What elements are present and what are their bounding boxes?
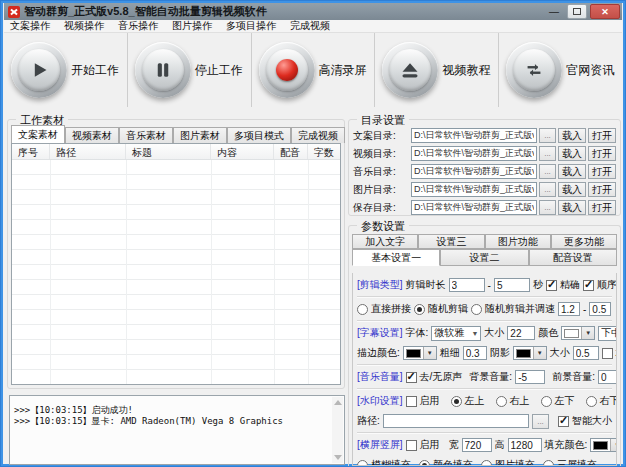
menu-item-image-ops[interactable]: 图片操作 [172, 19, 212, 33]
stroke-width-input[interactable] [463, 346, 487, 360]
fg-volume-input[interactable] [598, 370, 617, 384]
speed-to-input[interactable] [589, 302, 611, 316]
open-button[interactable]: 打开 [588, 182, 616, 197]
music-dir-input[interactable] [411, 164, 537, 179]
column-header-index[interactable]: 序号 [12, 144, 50, 159]
materials-table[interactable]: 序号 路径 标题 内容 配音 字数 [11, 143, 341, 385]
tab-settings-3[interactable]: 设置三 [418, 234, 484, 249]
font-size-input[interactable] [507, 326, 535, 340]
save-dir-input[interactable] [411, 200, 537, 215]
tab-music-material[interactable]: 音乐素材 [119, 127, 173, 143]
height-input[interactable] [508, 438, 542, 452]
tab-add-text[interactable]: 加入文字 [352, 234, 418, 249]
pos-topright-radio[interactable] [496, 396, 507, 407]
tab-multi-project-mode[interactable]: 多项目模式 [227, 127, 291, 143]
triple-screen-fill-radio[interactable] [543, 460, 554, 467]
load-button[interactable]: 载入 [558, 182, 586, 197]
load-button[interactable]: 载入 [558, 146, 586, 161]
tab-settings-2[interactable]: 设置二 [440, 249, 528, 266]
direct-splice-radio[interactable] [357, 304, 368, 315]
load-button[interactable]: 载入 [558, 164, 586, 179]
clip-max-input[interactable] [494, 278, 530, 292]
stroke-color-select[interactable]: ▼ [403, 346, 437, 360]
random-clip-radio[interactable] [414, 304, 425, 315]
open-button[interactable]: 打开 [588, 146, 616, 161]
chevron-down-icon[interactable] [334, 455, 342, 460]
random-clip-speed-radio[interactable] [471, 304, 482, 315]
video-tutorial-button[interactable]: 视频教程 [375, 33, 499, 107]
official-site-button[interactable]: 官网资讯 [499, 33, 622, 107]
start-work-button[interactable]: 开始工作 [4, 33, 128, 107]
screen-enable-checkbox[interactable] [406, 440, 417, 451]
watermark-path-input[interactable] [383, 414, 529, 428]
blur-fill-radio[interactable] [357, 460, 368, 467]
speed-from-input[interactable] [558, 302, 580, 316]
accurate-checkbox[interactable] [546, 280, 557, 291]
tab-finished-video[interactable]: 完成视频 [291, 127, 345, 143]
pos-bottomleft-radio[interactable] [541, 396, 552, 407]
menu-item-music-ops[interactable]: 音乐操作 [118, 19, 158, 33]
open-button[interactable]: 打开 [588, 128, 616, 143]
fill-checkbox[interactable] [602, 348, 613, 359]
shadow-color-select[interactable]: ▼ [513, 346, 547, 360]
hd-record-button[interactable]: 高清录屏 [252, 33, 376, 107]
column-header-dub[interactable]: 配音 [274, 144, 308, 159]
watermark-enable-checkbox[interactable] [406, 396, 417, 407]
mute-original-checkbox[interactable] [406, 372, 417, 383]
menu-item-video-ops[interactable]: 视频操作 [64, 19, 104, 33]
tab-copy-material[interactable]: 文案素材 [11, 125, 65, 143]
color-fill-radio[interactable] [419, 460, 430, 467]
copy-dir-input[interactable] [411, 128, 537, 143]
subtitle-position-select[interactable]: 下中 ▼ [598, 326, 617, 341]
order-checkbox[interactable] [583, 280, 594, 291]
group-title: 参数设置 [357, 219, 409, 234]
chevron-up-icon[interactable] [334, 400, 342, 405]
tab-image-function[interactable]: 图片功能 [485, 234, 551, 249]
log-scrollbar[interactable] [332, 397, 343, 463]
watermark-browse-button[interactable]: ... [532, 414, 549, 429]
open-button[interactable]: 打开 [588, 200, 616, 215]
load-button[interactable]: 载入 [558, 200, 586, 215]
tab-more-functions[interactable]: 更多功能 [551, 234, 617, 249]
width-input[interactable] [462, 438, 492, 452]
tab-basic-settings-1[interactable]: 基本设置一 [352, 249, 440, 266]
shadow-size-input[interactable] [573, 346, 599, 360]
smart-size-checkbox[interactable] [558, 416, 569, 427]
minimize-button[interactable]: — [544, 4, 564, 19]
browse-button[interactable]: ... [539, 164, 556, 179]
tab-image-material[interactable]: 图片素材 [173, 127, 227, 143]
maximize-button[interactable] [567, 4, 587, 19]
font-select[interactable]: 微软雅 ▼ [431, 326, 481, 341]
menu-item-copy-ops[interactable]: 文案操作 [10, 19, 50, 33]
log-output[interactable]: >>>【10:03:15】启动成功! >>>【10:03:15】显卡: AMD … [9, 395, 345, 465]
clip-min-input[interactable] [449, 278, 485, 292]
bg-volume-input[interactable] [515, 370, 545, 384]
column-header-content[interactable]: 内容 [211, 144, 274, 159]
menu-item-multi-project-ops[interactable]: 多项目操作 [226, 19, 276, 33]
browse-button[interactable]: ... [539, 200, 556, 215]
close-button[interactable]: ✕ [590, 4, 620, 19]
tab-video-material[interactable]: 视频素材 [65, 127, 119, 143]
tab-dub-settings[interactable]: 配音设置 [529, 249, 617, 266]
menu-item-finished-video[interactable]: 完成视频 [290, 19, 330, 33]
load-button[interactable]: 载入 [558, 128, 586, 143]
browse-button[interactable]: ... [539, 146, 556, 161]
table-body[interactable] [12, 160, 340, 384]
browse-button[interactable]: ... [539, 128, 556, 143]
image-fill-radio[interactable] [481, 460, 492, 467]
pos-topleft-radio[interactable] [451, 396, 462, 407]
video-dir-input[interactable] [411, 146, 537, 161]
stop-work-button[interactable]: 停止工作 [128, 33, 252, 107]
browse-button[interactable]: ... [539, 182, 556, 197]
image-dir-input[interactable] [411, 182, 537, 197]
fill-color-select[interactable]: ▼ [590, 438, 617, 452]
open-button[interactable]: 打开 [588, 164, 616, 179]
title-bar[interactable]: 智动群剪_正式版v5.8_智能自动批量剪辑视频软件 — ✕ [4, 3, 622, 20]
separator [357, 296, 612, 298]
column-header-title[interactable]: 标题 [126, 144, 211, 159]
pos-bottomright-radio[interactable] [586, 396, 597, 407]
font-color-select[interactable]: ▼ [561, 326, 595, 340]
column-header-wordcount[interactable]: 字数 [308, 144, 340, 159]
column-header-path[interactable]: 路径 [50, 144, 126, 159]
fg-volume-label: 前景音量: [552, 370, 595, 384]
